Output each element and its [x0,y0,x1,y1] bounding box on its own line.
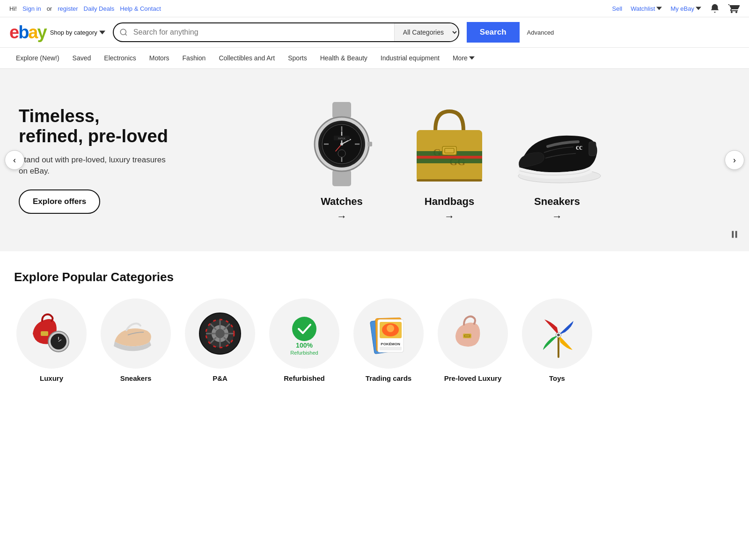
popular-categories-title: Explore Popular Categories [14,270,735,284]
search-button[interactable]: Search [467,22,520,43]
handbag-arrow: → [444,211,455,223]
search-magnifier-icon-wrap [114,28,133,36]
category-panda[interactable]: P&A [183,298,257,382]
svg-text:POKÉMON: POKÉMON [381,342,400,346]
hero-title: Timeless, refined, pre-loved [19,106,169,147]
register-link[interactable]: register [58,5,78,12]
advanced-search-link[interactable]: Advanced [527,29,554,36]
svg-rect-2 [332,102,351,118]
cart-icon [728,3,740,14]
myebay-chevron-icon [696,6,701,11]
svg-rect-35 [41,331,48,336]
nav-item-motors[interactable]: Motors [143,48,176,68]
watchlist-dropdown[interactable]: Watchlist [631,5,662,12]
svg-point-70 [557,334,560,336]
sell-link[interactable]: Sell [612,5,622,12]
hero-products: PATEK Watches → GG GG [169,97,730,223]
explore-offers-button[interactable]: Explore offers [19,189,100,214]
myebay-link[interactable]: My eBay [670,5,694,12]
refurbished-illustration: 100% Refurbished [279,308,330,359]
nav-item-more[interactable]: More [446,48,481,68]
nav-item-electronics[interactable]: Electronics [97,48,142,68]
svg-rect-3 [332,170,351,186]
signin-link[interactable]: Sign in [22,5,41,12]
nav-item-fashion[interactable]: Fashion [176,48,213,68]
shop-by-category-label: Shop by category [50,29,97,36]
nav-item-saved[interactable]: Saved [66,48,98,68]
top-bar-right: Sell Watchlist My eBay [612,3,740,14]
pause-icon [729,229,740,240]
watch-illustration: PATEK [302,97,382,191]
search-input[interactable] [133,23,394,41]
svg-text:100%: 100% [296,342,313,349]
help-contact-link[interactable]: Help & Contact [120,5,161,12]
nav-item-industrial[interactable]: Industrial equipment [374,48,446,68]
svg-text:PATEK: PATEK [338,137,345,140]
category-select[interactable]: All Categories [394,23,458,41]
hero-product-sneakers[interactable]: cc Sneakers → [510,97,604,223]
or-text: or [47,5,52,12]
categories-row: Luxury cc Sneakers [14,298,735,382]
svg-rect-25 [417,156,482,159]
top-bar-left: Hi! Sign in or register Daily Deals Help… [9,5,161,12]
search-magnifier-icon [119,28,128,36]
search-bar: All Categories [113,22,459,42]
cart-button[interactable] [728,3,740,14]
shop-by-category-button[interactable]: Shop by category [50,29,105,36]
category-pre-loved-label: Pre-loved Luxury [444,374,502,382]
watch-arrow: → [337,211,347,223]
category-refurbished-label: Refurbished [284,374,325,382]
hero-prev-button[interactable]: ‹ [5,150,24,170]
nav-item-health[interactable]: Health & Beauty [314,48,374,68]
notification-button[interactable] [710,3,720,14]
svg-rect-26 [417,159,482,163]
hero-product-handbags[interactable]: GG GG Handbags → [403,97,496,223]
ebay-logo[interactable]: ebay [9,23,46,41]
daily-deals-link[interactable]: Daily Deals [84,5,115,12]
category-luxury[interactable]: Luxury [14,298,89,382]
svg-point-54 [292,317,316,341]
category-panda-circle [185,298,255,369]
category-refurbished[interactable]: 100% Refurbished Refurbished [267,298,342,382]
category-luxury-circle [16,298,87,369]
svg-point-44 [215,329,225,338]
watch-label: Watches [321,196,363,208]
svg-line-1 [125,34,126,35]
hero-next-button[interactable]: › [725,150,744,170]
nav-item-sports[interactable]: Sports [281,48,313,68]
category-sneakers-circle: cc [101,298,171,369]
handbag-label: Handbags [425,196,474,208]
category-trading-cards[interactable]: POKÉMON Trading cards [351,298,426,382]
top-bar: Hi! Sign in or register Daily Deals Help… [0,0,749,17]
sneaker-image: cc [510,97,604,191]
svg-rect-33 [732,231,734,238]
svg-rect-64 [380,347,402,350]
svg-rect-29 [417,179,482,182]
sneaker-illustration: cc [510,102,604,186]
watchlist-link[interactable]: Watchlist [631,5,655,12]
more-chevron-icon [469,55,475,61]
category-luxury-label: Luxury [40,374,63,382]
category-toys[interactable]: Toys [520,298,595,382]
trading-cards-illustration: POKÉMON [363,308,414,359]
nav-item-explore-new[interactable]: Explore (New!) [9,48,66,68]
pre-loved-illustration [447,308,499,359]
category-refurbished-circle: 100% Refurbished [269,298,339,369]
handbag-illustration: GG GG [407,97,492,191]
category-sneakers[interactable]: cc Sneakers [98,298,173,382]
svg-text:cc: cc [139,332,143,337]
hero-pause-button[interactable] [729,229,740,242]
hero-product-watches[interactable]: PATEK Watches → [295,97,389,223]
sneaker-label: Sneakers [534,196,580,208]
sneakers-category-illustration: cc [110,308,162,359]
sneaker-arrow: → [552,211,562,223]
svg-rect-32 [589,142,596,156]
popular-categories-section: Explore Popular Categories Luxury [0,251,749,401]
handbag-image: GG GG [403,97,496,191]
category-pre-loved[interactable]: Pre-loved Luxury [435,298,510,382]
myebay-dropdown[interactable]: My eBay [670,5,701,12]
nav-item-collectibles[interactable]: Collectibles and Art [212,48,281,68]
nav-bar: Explore (New!) Saved Electronics Motors … [0,48,749,69]
svg-point-0 [120,29,126,35]
hero-banner: ‹ Timeless, refined, pre-loved Stand out… [0,69,749,251]
